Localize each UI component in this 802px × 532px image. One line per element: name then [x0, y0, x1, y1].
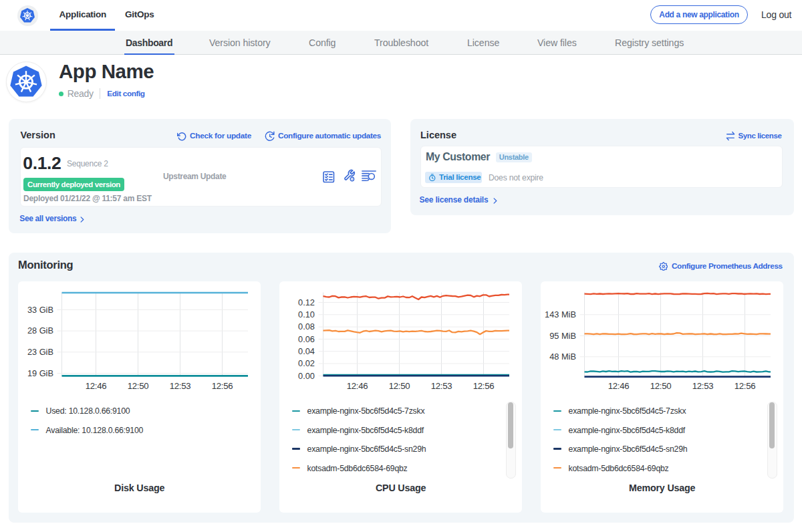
svg-text:0.04: 0.04 — [298, 346, 315, 356]
svg-text:12:56: 12:56 — [734, 380, 756, 390]
svg-text:0.06: 0.06 — [298, 334, 315, 344]
svg-text:95 MiB: 95 MiB — [549, 330, 576, 340]
svg-text:12:53: 12:53 — [170, 380, 191, 390]
svg-text:12:56: 12:56 — [212, 380, 233, 390]
svg-text:48 MiB: 48 MiB — [549, 352, 576, 362]
svg-text:12:53: 12:53 — [431, 380, 452, 390]
svg-text:0.00: 0.00 — [298, 370, 315, 380]
svg-text:33 GiB: 33 GiB — [27, 304, 53, 314]
svg-text:28 GiB: 28 GiB — [27, 325, 53, 336]
svg-text:0.08: 0.08 — [298, 321, 315, 331]
svg-text:143 MiB: 143 MiB — [545, 309, 576, 319]
svg-text:0.02: 0.02 — [298, 358, 315, 368]
svg-text:12:46: 12:46 — [347, 380, 368, 390]
svg-text:12:56: 12:56 — [473, 380, 495, 390]
svg-text:0.12: 0.12 — [298, 297, 315, 307]
svg-text:23 GiB: 23 GiB — [27, 347, 53, 357]
svg-text:12:53: 12:53 — [692, 380, 714, 390]
svg-text:12:46: 12:46 — [608, 380, 630, 390]
svg-text:12:50: 12:50 — [650, 380, 672, 390]
svg-text:12:46: 12:46 — [86, 380, 107, 390]
svg-text:12:50: 12:50 — [128, 380, 149, 390]
svg-text:12:50: 12:50 — [389, 380, 410, 390]
svg-text:0.10: 0.10 — [298, 309, 315, 319]
svg-text:19 GiB: 19 GiB — [27, 368, 53, 378]
